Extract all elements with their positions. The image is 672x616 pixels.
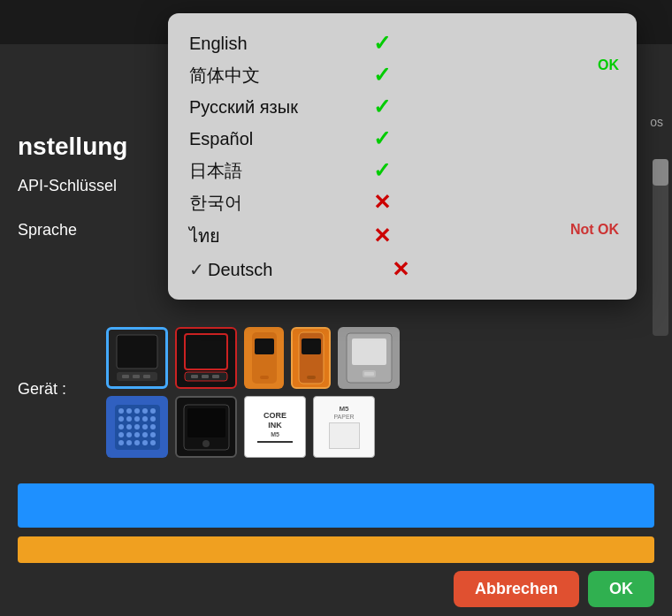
device-black-bottom[interactable] xyxy=(106,327,168,389)
svg-point-21 xyxy=(118,408,124,414)
device-black-square[interactable] xyxy=(175,396,237,458)
orange-bar xyxy=(18,536,654,563)
device-m5paper[interactable]: M5 PAPER xyxy=(313,396,375,458)
svg-rect-5 xyxy=(185,334,227,369)
device-coreink[interactable]: CORE INK M5 xyxy=(244,396,306,458)
svg-point-27 xyxy=(126,416,132,422)
svg-point-45 xyxy=(150,440,156,445)
svg-point-40 xyxy=(150,432,156,437)
selected-checkmark: ✓ xyxy=(189,259,204,280)
svg-point-39 xyxy=(142,432,148,437)
device-red-border[interactable] xyxy=(175,327,237,389)
sprache-label: Sprache xyxy=(18,221,77,240)
check-japanese: ✓ xyxy=(373,158,391,183)
lang-name-korean: 한국어 xyxy=(189,191,366,215)
lang-name-russian: Русский язык xyxy=(189,97,366,118)
device-orange-outline[interactable] xyxy=(291,327,331,389)
svg-point-28 xyxy=(134,416,140,422)
lang-item-deutsch[interactable]: ✓ Deutsch ✕ xyxy=(189,254,615,285)
svg-rect-12 xyxy=(260,376,269,379)
page-title: nstellung xyxy=(18,133,127,161)
svg-point-35 xyxy=(150,424,156,430)
scrollbar-track[interactable] xyxy=(653,159,668,336)
blue-bar xyxy=(18,483,654,528)
svg-rect-4 xyxy=(143,375,150,378)
check-spanish: ✓ xyxy=(373,126,391,151)
lang-name-english: English xyxy=(189,34,366,54)
device-grid: CORE INK M5 M5 PAPER xyxy=(106,327,400,458)
svg-rect-15 xyxy=(307,376,316,379)
check-english: ✓ xyxy=(373,31,391,56)
svg-rect-11 xyxy=(255,338,274,354)
lang-item-russian[interactable]: Русский язык ✓ xyxy=(189,91,615,123)
device-row-1 xyxy=(106,327,400,389)
lang-name-deutsch: Deutsch xyxy=(208,260,385,280)
svg-point-37 xyxy=(126,432,132,437)
svg-point-24 xyxy=(142,408,148,414)
svg-point-44 xyxy=(142,440,148,445)
check-chinese: ✓ xyxy=(373,63,391,87)
lang-name-chinese: 简体中文 xyxy=(189,64,366,87)
svg-rect-17 xyxy=(352,338,386,365)
device-orange[interactable] xyxy=(244,327,284,389)
lang-item-chinese[interactable]: 简体中文 ✓ xyxy=(189,59,615,91)
svg-rect-0 xyxy=(117,335,157,369)
svg-rect-2 xyxy=(122,375,129,378)
cross-thai: ✕ xyxy=(373,224,391,248)
ok-button[interactable]: OK xyxy=(588,571,654,607)
svg-rect-8 xyxy=(202,375,209,378)
svg-rect-47 xyxy=(187,408,225,437)
svg-point-41 xyxy=(118,440,124,445)
svg-point-42 xyxy=(126,440,132,445)
svg-rect-14 xyxy=(302,338,321,354)
svg-point-34 xyxy=(142,424,148,430)
svg-point-38 xyxy=(134,432,140,437)
abbrechen-button[interactable]: Abbrechen xyxy=(454,571,579,607)
svg-point-23 xyxy=(134,408,140,414)
scrollbar-thumb[interactable] xyxy=(653,159,668,186)
svg-point-26 xyxy=(118,416,124,422)
api-label: API-Schlüssel xyxy=(18,177,117,195)
svg-point-29 xyxy=(142,416,148,422)
device-gray[interactable] xyxy=(338,327,400,389)
language-dropdown: English ✓ 简体中文 ✓ Русский язык ✓ Español … xyxy=(168,13,637,300)
svg-rect-7 xyxy=(191,375,198,378)
check-russian: ✓ xyxy=(373,95,391,119)
svg-point-33 xyxy=(134,424,140,430)
device-row-2: CORE INK M5 M5 PAPER xyxy=(106,396,400,458)
svg-rect-3 xyxy=(133,375,140,378)
lang-item-thai[interactable]: ไทย ✕ xyxy=(189,218,615,254)
svg-point-30 xyxy=(150,416,156,422)
cross-deutsch: ✕ xyxy=(392,257,409,282)
bottom-buttons: Abbrechen OK xyxy=(0,571,672,607)
lang-item-korean[interactable]: 한국어 ✕ xyxy=(189,186,615,218)
svg-point-43 xyxy=(134,440,140,445)
svg-point-36 xyxy=(118,432,124,437)
lang-name-thai: ไทย xyxy=(189,222,366,250)
gerat-label: Gerät : xyxy=(18,380,66,399)
device-blue-grid[interactable] xyxy=(106,396,168,458)
language-list: English ✓ 简体中文 ✓ Русский язык ✓ Español … xyxy=(189,27,615,285)
svg-point-31 xyxy=(118,424,124,430)
lang-name-japanese: 日本語 xyxy=(189,159,366,183)
svg-point-32 xyxy=(126,424,132,430)
cross-korean: ✕ xyxy=(373,190,391,215)
tab-bar: os xyxy=(650,115,663,129)
lang-item-english[interactable]: English ✓ xyxy=(189,27,615,59)
lang-item-spanish[interactable]: Español ✓ xyxy=(189,123,615,155)
ok-status-label: OK xyxy=(598,57,619,73)
lang-name-spanish: Español xyxy=(189,129,366,149)
svg-point-48 xyxy=(202,440,210,447)
lang-item-japanese[interactable]: 日本語 ✓ xyxy=(189,155,615,186)
svg-rect-19 xyxy=(364,372,374,376)
svg-rect-9 xyxy=(212,375,219,378)
svg-point-22 xyxy=(126,408,132,414)
not-ok-status-label: Not OK xyxy=(570,222,619,238)
svg-point-25 xyxy=(150,408,156,414)
